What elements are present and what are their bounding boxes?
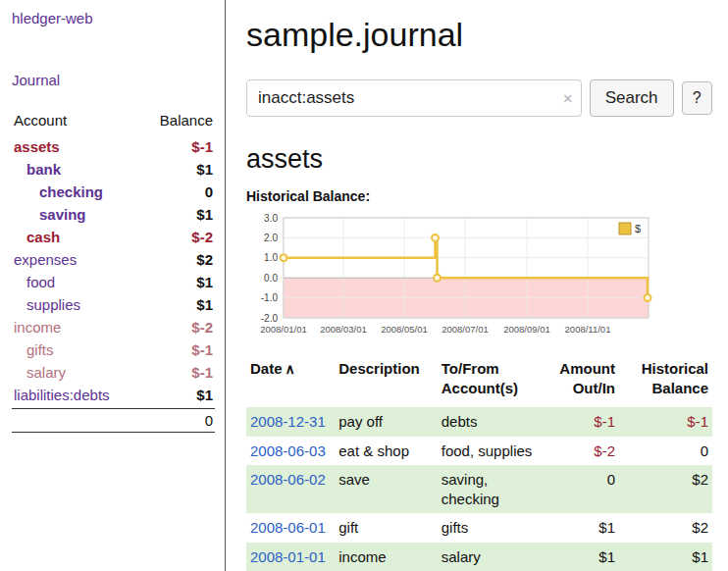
data-point-marker bbox=[645, 294, 651, 301]
account-balance: $-2 bbox=[191, 319, 213, 336]
column-header-date[interactable]: Date∧ bbox=[246, 355, 335, 407]
y-tick-label: -1.0 bbox=[261, 292, 279, 303]
account-link[interactable]: gifts bbox=[14, 341, 54, 358]
account-link[interactable]: food bbox=[14, 274, 55, 290]
account-link[interactable]: income bbox=[14, 319, 61, 336]
register-accounts-cell: debts bbox=[438, 407, 541, 437]
app-title-link[interactable]: hledger-web bbox=[12, 10, 215, 26]
register-balance-cell: $2 bbox=[619, 465, 712, 513]
register-date-cell: 2008-06-03 bbox=[246, 437, 335, 466]
account-link[interactable]: assets bbox=[14, 138, 60, 155]
register-balance-cell: $2 bbox=[619, 513, 712, 543]
help-button[interactable]: ? bbox=[682, 81, 712, 115]
data-point-marker bbox=[432, 234, 439, 241]
sidebar-account-row: supplies $1 bbox=[12, 293, 215, 316]
accounts-total-value: 0 bbox=[205, 412, 213, 429]
y-tick-label: -2.0 bbox=[261, 313, 279, 324]
y-tick-label: 1.0 bbox=[264, 252, 278, 263]
clear-search-icon[interactable]: × bbox=[563, 90, 573, 107]
column-header-balance: Historical Balance bbox=[619, 355, 712, 407]
register-balance-cell: $-1 bbox=[619, 407, 712, 437]
register-accounts-cell: salary bbox=[438, 543, 541, 571]
register-table: Date∧ Description To/From Account(s) Amo… bbox=[246, 355, 712, 571]
register-row: 2008-06-01 gift gifts $1 $2 bbox=[246, 513, 712, 543]
column-header-accounts: To/From Account(s) bbox=[438, 355, 541, 407]
register-row: 2008-06-02 save saving, checking 0 $2 bbox=[246, 465, 712, 513]
account-link[interactable]: bank bbox=[14, 161, 61, 178]
account-link[interactable]: liabilities:debts bbox=[14, 387, 110, 403]
data-point-marker bbox=[281, 254, 287, 261]
transaction-date-link[interactable]: 2008-12-31 bbox=[250, 413, 326, 430]
register-description-cell: pay off bbox=[335, 407, 438, 437]
sidebar-account-row: assets $-1 bbox=[12, 135, 215, 158]
page-title: sample.journal bbox=[246, 16, 712, 54]
sidebar-account-row: cash $-2 bbox=[12, 226, 215, 248]
account-balance: $-2 bbox=[191, 229, 213, 245]
sidebar-account-row: checking 0 bbox=[12, 181, 215, 203]
register-description-cell: save bbox=[335, 465, 438, 513]
register-description-cell: eat & shop bbox=[335, 437, 438, 466]
accounts-header-balance: Balance bbox=[160, 112, 213, 129]
account-balance: 0 bbox=[205, 183, 213, 200]
y-tick-label: 2.0 bbox=[264, 233, 278, 243]
search-input[interactable] bbox=[246, 79, 582, 117]
account-balance: $1 bbox=[196, 274, 213, 290]
register-accounts-cell: gifts bbox=[438, 513, 541, 543]
account-link[interactable]: cash bbox=[14, 229, 60, 245]
register-description-cell: income bbox=[335, 543, 438, 571]
column-header-amount: Amount Out/In bbox=[540, 355, 619, 407]
account-link[interactable]: expenses bbox=[14, 251, 77, 268]
register-body: 2008-12-31 pay off debts $-1 $-1 2008-06… bbox=[246, 407, 712, 571]
x-tick-label: 2008/07/01 bbox=[442, 324, 489, 335]
main-content: sample.journal × Search ? assets Histori… bbox=[227, 0, 728, 571]
sort-asc-icon: ∧ bbox=[286, 361, 295, 377]
register-accounts-cell: saving, checking bbox=[438, 465, 541, 513]
x-tick-label: 2008/03/01 bbox=[320, 324, 367, 335]
sidebar-item-journal[interactable]: Journal bbox=[12, 72, 215, 88]
sidebar-accounts: assets $-1 bank $1 checking 0 saving $1 … bbox=[12, 135, 215, 406]
account-balance: $1 bbox=[196, 387, 213, 403]
register-amount-cell: 0 bbox=[540, 465, 619, 513]
account-balance: $1 bbox=[196, 161, 213, 178]
sidebar-account-row: saving $1 bbox=[12, 203, 215, 226]
account-balance: $2 bbox=[196, 251, 213, 268]
account-link[interactable]: saving bbox=[14, 206, 86, 223]
data-point-marker bbox=[434, 275, 441, 282]
y-tick-label: 0.0 bbox=[264, 273, 278, 284]
historical-balance-chart: 3.02.01.00.0-1.0-2.02008/01/012008/03/01… bbox=[246, 212, 658, 339]
register-amount-cell: $-1 bbox=[540, 407, 619, 437]
sidebar-account-row: liabilities:debts $1 bbox=[12, 384, 215, 406]
sidebar: hledger-web Journal Account Balance asse… bbox=[0, 0, 226, 571]
register-balance-cell: 0 bbox=[619, 437, 712, 466]
sidebar-account-row: gifts $-1 bbox=[12, 338, 215, 361]
sidebar-account-row: bank $1 bbox=[12, 158, 215, 181]
account-link[interactable]: supplies bbox=[14, 296, 80, 313]
transaction-date-link[interactable]: 2008-06-03 bbox=[250, 442, 326, 459]
x-tick-label: 2008/01/01 bbox=[260, 324, 307, 335]
x-tick-label: 2008/11/01 bbox=[565, 324, 611, 335]
chart-label: Historical Balance: bbox=[246, 188, 712, 204]
account-page-title: assets bbox=[246, 144, 712, 175]
register-amount-cell: $-2 bbox=[540, 437, 619, 466]
transaction-date-link[interactable]: 2008-06-02 bbox=[250, 471, 326, 488]
register-row: 2008-01-01 income salary $1 $1 bbox=[246, 543, 712, 571]
register-accounts-cell: food, supplies bbox=[438, 437, 541, 466]
search-box: × bbox=[246, 79, 582, 117]
account-balance: $1 bbox=[196, 296, 213, 313]
account-link[interactable]: checking bbox=[14, 183, 103, 200]
register-row: 2008-12-31 pay off debts $-1 $-1 bbox=[246, 407, 712, 437]
search-button[interactable]: Search bbox=[590, 79, 674, 117]
transaction-date-link[interactable]: 2008-06-01 bbox=[250, 519, 326, 536]
account-balance: $-1 bbox=[191, 138, 213, 155]
accounts-tree: Account Balance assets $-1 bank $1 check… bbox=[12, 110, 215, 433]
transaction-date-link[interactable]: 2008-01-01 bbox=[250, 548, 326, 565]
accounts-header-account: Account bbox=[14, 112, 67, 129]
register-row: 2008-06-03 eat & shop food, supplies $-2… bbox=[246, 437, 712, 466]
account-link[interactable]: salary bbox=[14, 364, 66, 381]
account-balance: $-1 bbox=[191, 364, 213, 381]
sidebar-account-row: salary $-1 bbox=[12, 361, 215, 384]
accounts-header: Account Balance bbox=[12, 110, 215, 135]
register-amount-cell: $1 bbox=[540, 513, 619, 543]
sidebar-account-row: expenses $2 bbox=[12, 248, 215, 271]
legend-label: $ bbox=[635, 223, 641, 234]
